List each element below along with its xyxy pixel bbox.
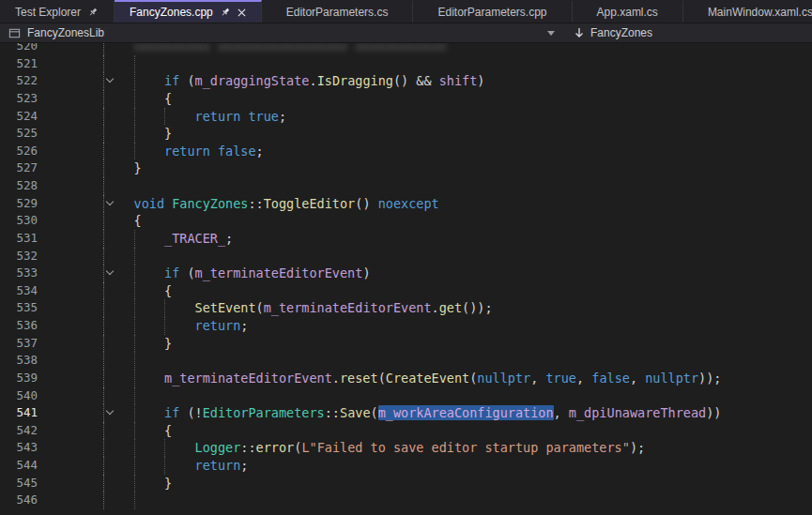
line-number[interactable]: 529	[0, 195, 38, 213]
tab-editorparameters-cpp[interactable]: EditorParameters.cpp	[413, 0, 572, 23]
code-line-531[interactable]: 531 _TRACER_;	[0, 230, 812, 248]
code-token: )	[477, 73, 484, 88]
line-number[interactable]: 522	[0, 72, 38, 90]
line-number[interactable]: 532	[0, 248, 38, 265]
code-line-522[interactable]: 522 if (m_draggingState.IsDragging() && …	[0, 72, 812, 90]
code-line-520[interactable]: 520 xxxxxxxxxx xxxxxxxxxxxxxxxxx xxxxxxx…	[0, 43, 812, 55]
code-text: Logger::error(L"Failed to save editor st…	[103, 439, 812, 457]
indent-guide	[103, 159, 104, 177]
tab-editorparameters-cs[interactable]: EditorParameters.cs	[262, 0, 414, 23]
line-number[interactable]: 521	[0, 55, 38, 73]
code-token: ;	[240, 458, 248, 473]
code-line-523[interactable]: 523 {	[0, 90, 812, 108]
code-line-539[interactable]: 539 m_terminateEditorEvent.reset(CreateE…	[0, 370, 812, 387]
code-text: }	[103, 475, 812, 492]
code-token: ,	[554, 405, 569, 420]
tab-label: Test Explorer	[15, 6, 81, 19]
pin-icon[interactable]	[220, 7, 231, 18]
code-line-527[interactable]: 527 }	[0, 159, 812, 177]
code-token	[210, 144, 218, 159]
project-dropdown[interactable]: FancyZonesLib	[0, 23, 563, 42]
scope-dropdown[interactable]: FancyZones	[563, 23, 664, 42]
line-number[interactable]: 537	[0, 335, 38, 353]
code-line-526[interactable]: 526 return false;	[0, 143, 812, 160]
code-line-534[interactable]: 534 {	[0, 282, 812, 300]
line-number[interactable]: 544	[0, 457, 38, 475]
pin-icon[interactable]	[87, 7, 99, 18]
indent-guide	[103, 125, 104, 143]
line-number[interactable]: 541	[0, 404, 38, 422]
tab-fancyzones-cpp[interactable]: FancyZones.cpp	[115, 0, 262, 23]
indent-guide	[134, 352, 135, 370]
line-number[interactable]: 531	[0, 230, 38, 248]
line-number[interactable]: 520	[0, 43, 38, 55]
code-line-536[interactable]: 536 return;	[0, 317, 812, 335]
code-line-543[interactable]: 543 Logger::error(L"Failed to save edito…	[0, 439, 812, 457]
code-line-521[interactable]: 521	[0, 55, 812, 73]
line-number[interactable]: 530	[0, 212, 38, 230]
tab-test-explorer[interactable]: Test Explorer	[0, 0, 115, 23]
line-number[interactable]: 546	[0, 492, 38, 509]
line-number[interactable]: 543	[0, 439, 38, 457]
line-number[interactable]: 535	[0, 299, 38, 317]
line-number[interactable]: 545	[0, 475, 38, 492]
indent-guide	[103, 212, 104, 230]
code-line-529[interactable]: 529 void FancyZones::ToggleEditor() noex…	[0, 195, 812, 213]
line-number[interactable]: 523	[0, 90, 38, 108]
code-line-544[interactable]: 544 return;	[0, 457, 812, 475]
code-token: m_terminateEditorEvent	[164, 371, 332, 386]
code-text: {	[103, 282, 812, 300]
line-number[interactable]: 539	[0, 370, 38, 387]
tab-label: EditorParameters.cpp	[437, 6, 546, 19]
code-token: ::	[325, 405, 340, 420]
code-area[interactable]: 520 xxxxxxxxxx xxxxxxxxxxxxxxxxx xxxxxxx…	[0, 43, 812, 509]
code-token: if	[164, 73, 179, 88]
line-number[interactable]: 527	[0, 159, 38, 177]
code-token: noexcept	[378, 196, 439, 211]
code-line-533[interactable]: 533 if (m_terminateEditorEvent)	[0, 265, 812, 282]
code-token: m_terminateEditorEvent	[264, 300, 432, 315]
line-number[interactable]: 528	[0, 177, 38, 195]
line-number[interactable]: 533	[0, 265, 38, 282]
code-token: (	[179, 73, 194, 88]
close-icon[interactable]	[237, 8, 246, 17]
code-token: void	[134, 196, 165, 211]
line-number[interactable]: 526	[0, 143, 38, 160]
tab-mainwindow-xaml-cs[interactable]: MainWindow.xaml.cs	[683, 0, 812, 23]
code-line-532[interactable]: 532	[0, 248, 812, 265]
tab-app-xaml-cs[interactable]: App.xaml.cs	[573, 0, 683, 23]
code-token: false	[218, 144, 256, 159]
line-number[interactable]: 538	[0, 352, 38, 370]
indent-guide	[134, 108, 135, 126]
code-line-535[interactable]: 535 SetEvent(m_terminateEditorEvent.get(…	[0, 299, 812, 317]
code-line-545[interactable]: 545 }	[0, 475, 812, 492]
code-token: }	[103, 160, 142, 175]
code-token: .	[332, 371, 340, 386]
line-number[interactable]: 542	[0, 422, 38, 440]
line-number[interactable]: 524	[0, 108, 38, 126]
code-text: }	[103, 335, 812, 353]
code-line-546[interactable]: 546	[0, 492, 812, 509]
code-line-541[interactable]: 541 if (!EditorParameters::Save(m_workAr…	[0, 404, 812, 422]
code-token: ,	[530, 371, 545, 386]
code-line-540[interactable]: 540	[0, 387, 812, 405]
code-line-538[interactable]: 538	[0, 352, 812, 370]
line-number[interactable]: 536	[0, 317, 38, 335]
code-line-528[interactable]: 528	[0, 177, 812, 195]
indent-guide	[103, 317, 104, 335]
code-line-537[interactable]: 537 }	[0, 335, 812, 353]
code-editor[interactable]: 520 xxxxxxxxxx xxxxxxxxxxxxxxxxx xxxxxxx…	[0, 43, 812, 515]
code-token: false	[591, 371, 630, 386]
code-line-530[interactable]: 530 {	[0, 212, 812, 230]
line-number[interactable]: 540	[0, 387, 38, 405]
line-number[interactable]: 525	[0, 125, 38, 143]
chevron-down-icon[interactable]	[547, 31, 555, 36]
indent-guide	[103, 370, 104, 387]
indent-guide	[103, 55, 104, 73]
line-number[interactable]: 534	[0, 282, 38, 300]
code-line-525[interactable]: 525 }	[0, 125, 812, 143]
code-line-524[interactable]: 524 return true;	[0, 108, 812, 126]
code-token: L"Failed to save editor startup paramete…	[301, 440, 630, 455]
code-text: if (!EditorParameters::Save(m_workAreaCo…	[103, 404, 812, 422]
code-line-542[interactable]: 542 {	[0, 422, 812, 440]
